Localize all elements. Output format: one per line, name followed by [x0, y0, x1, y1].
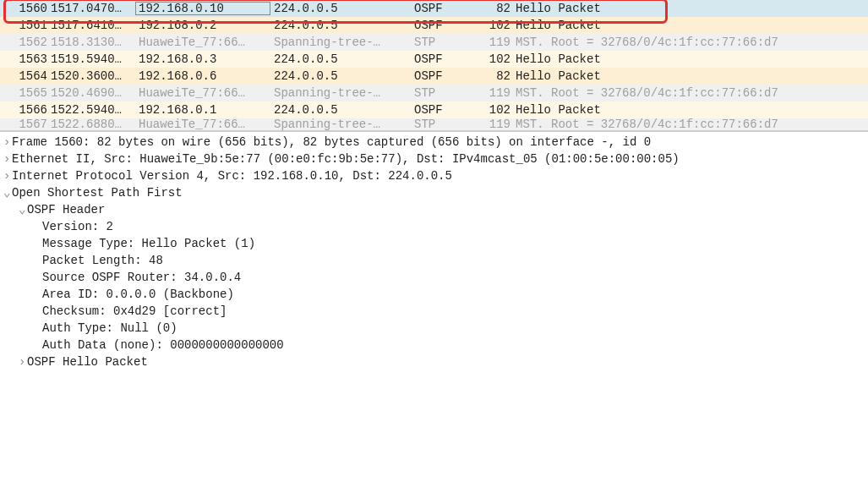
col-info: Hello Packet	[510, 19, 868, 32]
col-number: 1561	[7, 19, 47, 32]
col-length: 119	[477, 86, 510, 100]
packet-details-pane[interactable]: ›Frame 1560: 82 bytes on wire (656 bits)…	[0, 131, 868, 374]
col-time: 1517.6410…	[47, 19, 135, 32]
col-length: 82	[477, 69, 510, 83]
col-time: 1520.3600…	[47, 69, 135, 83]
col-number: 1565	[7, 86, 47, 100]
col-length: 102	[477, 19, 510, 32]
col-protocol: OSPF	[411, 52, 477, 66]
col-destination: Spanning-tree-…	[270, 36, 411, 49]
field-message-type[interactable]: Message Type: Hello Packet (1)	[3, 235, 865, 252]
col-source: 192.168.0.1	[135, 103, 270, 117]
chevron-down-icon: ⌄	[3, 184, 12, 201]
col-protocol: STP	[411, 86, 477, 100]
col-destination: 224.0.0.5	[270, 69, 411, 83]
packet-row[interactable]: 15611517.6410…192.168.0.2224.0.0.5OSPF10…	[0, 17, 868, 34]
chevron-right-icon: ›	[3, 151, 12, 167]
col-number: 1563	[7, 52, 47, 66]
col-destination: 224.0.0.5	[270, 52, 411, 66]
chevron-down-icon: ⌄	[19, 201, 27, 218]
col-destination: Spanning-tree-…	[270, 86, 411, 100]
col-number: 1567	[7, 118, 47, 130]
col-protocol: OSPF	[411, 103, 477, 117]
packet-row[interactable]: 15621518.3130…HuaweiTe_77:66…Spanning-tr…	[0, 34, 868, 51]
field-auth-type[interactable]: Auth Type: Null (0)	[3, 320, 865, 337]
field-source-router[interactable]: Source OSPF Router: 34.0.0.4	[3, 269, 865, 286]
col-length: 82	[477, 2, 510, 15]
col-length: 119	[477, 36, 510, 49]
col-info: Hello Packet	[510, 52, 868, 66]
col-protocol: OSPF	[411, 19, 477, 32]
col-protocol: OSPF	[411, 2, 477, 15]
col-destination: 224.0.0.5	[270, 103, 411, 117]
packet-row[interactable]: 15661522.5940…192.168.0.1224.0.0.5OSPF10…	[0, 101, 868, 118]
col-destination: Spanning-tree-…	[270, 118, 411, 130]
col-source: HuaweiTe_77:66…	[135, 36, 270, 49]
col-time: 1520.4690…	[47, 86, 135, 100]
col-info: Hello Packet	[510, 2, 868, 15]
chevron-right-icon: ›	[3, 134, 12, 151]
col-time: 1519.5940…	[47, 52, 135, 66]
col-destination: 224.0.0.5	[270, 19, 411, 32]
col-length: 102	[477, 103, 510, 117]
field-checksum[interactable]: Checksum: 0x4d29 [correct]	[3, 303, 865, 320]
col-source: HuaweiTe_77:66…	[135, 118, 270, 130]
col-info: MST. Root = 32768/0/4c:1f:cc:77:66:d7	[510, 36, 868, 49]
col-number: 1566	[7, 103, 47, 117]
tree-ospf[interactable]: ⌄Open Shortest Path First	[3, 184, 865, 201]
packet-row[interactable]: 15601517.0470…192.168.0.10224.0.0.5OSPF8…	[0, 0, 868, 17]
field-version[interactable]: Version: 2	[3, 218, 865, 235]
packet-row[interactable]: 15641520.3600…192.168.0.6224.0.0.5OSPF82…	[0, 68, 868, 85]
col-source: HuaweiTe_77:66…	[135, 86, 270, 100]
col-source: 192.168.0.3	[135, 52, 270, 66]
packet-row[interactable]: 15651520.4690…HuaweiTe_77:66…Spanning-tr…	[0, 85, 868, 101]
col-info: MST. Root = 32768/0/4c:1f:cc:77:66:d7	[510, 86, 868, 100]
tree-ospf-header[interactable]: ⌄OSPF Header	[3, 201, 865, 218]
col-source: 192.168.0.2	[135, 19, 270, 32]
col-protocol: OSPF	[411, 69, 477, 83]
field-auth-data[interactable]: Auth Data (none): 0000000000000000	[3, 337, 865, 353]
col-protocol: STP	[411, 36, 477, 49]
field-area-id[interactable]: Area ID: 0.0.0.0 (Backbone)	[3, 286, 865, 303]
col-number: 1560	[7, 2, 47, 15]
tree-ethernet[interactable]: ›Ethernet II, Src: HuaweiTe_9b:5e:77 (00…	[3, 151, 865, 167]
col-info: MST. Root = 32768/0/4c:1f:cc:77:66:d7	[510, 118, 868, 130]
col-info: Hello Packet	[510, 69, 868, 83]
packet-list-pane[interactable]: 15601517.0470…192.168.0.10224.0.0.5OSPF8…	[0, 0, 868, 131]
tree-ip[interactable]: ›Internet Protocol Version 4, Src: 192.1…	[3, 167, 865, 184]
main-window: 15601517.0470…192.168.0.10224.0.0.5OSPF8…	[0, 0, 868, 374]
tree-ospf-hello[interactable]: ›OSPF Hello Packet	[3, 353, 865, 370]
col-protocol: STP	[411, 118, 477, 130]
col-number: 1562	[7, 36, 47, 49]
tree-frame[interactable]: ›Frame 1560: 82 bytes on wire (656 bits)…	[3, 134, 865, 151]
col-info: Hello Packet	[510, 103, 868, 117]
chevron-right-icon: ›	[19, 353, 27, 370]
col-time: 1522.5940…	[47, 103, 135, 117]
col-time: 1518.3130…	[47, 36, 135, 49]
col-destination: 224.0.0.5	[270, 2, 411, 15]
field-packet-length[interactable]: Packet Length: 48	[3, 252, 865, 269]
packet-row[interactable]: 15631519.5940…192.168.0.3224.0.0.5OSPF10…	[0, 51, 868, 68]
col-time: 1522.6880…	[47, 118, 135, 130]
col-number: 1564	[7, 69, 47, 83]
packet-row[interactable]: 15671522.6880…HuaweiTe_77:66…Spanning-tr…	[0, 118, 868, 130]
chevron-right-icon: ›	[3, 167, 12, 184]
col-source: 192.168.0.6	[135, 69, 270, 83]
col-length: 102	[477, 52, 510, 66]
col-length: 119	[477, 118, 510, 130]
col-time: 1517.0470…	[47, 2, 135, 15]
col-source: 192.168.0.10	[135, 2, 270, 15]
